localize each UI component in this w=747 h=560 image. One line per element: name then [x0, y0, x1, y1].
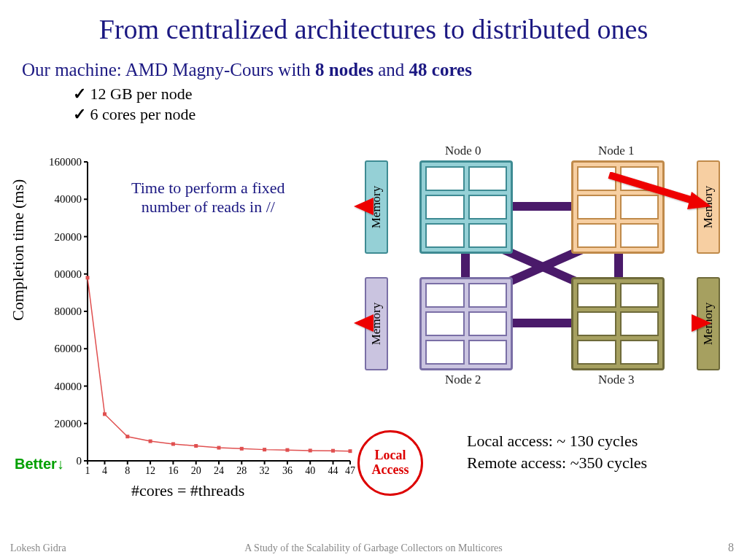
svg-rect-54 [263, 448, 266, 451]
memory-label: Memory [701, 186, 716, 229]
core [425, 195, 465, 219]
svg-text:160000: 160000 [49, 156, 82, 168]
memory-node3: Memory [697, 277, 720, 370]
subtitle-text-pre: Our machine: AMD Magny-Cours with [22, 60, 315, 79]
svg-text:60000: 60000 [55, 343, 82, 354]
svg-text:40000: 40000 [55, 193, 82, 205]
link-right [614, 252, 623, 281]
core [620, 340, 659, 365]
svg-text:12: 12 [145, 465, 155, 476]
access-latency-text: Local access: ~ 130 cycles Remote access… [467, 430, 647, 473]
bullet-mem: 12 GB per node [73, 85, 747, 104]
svg-text:8: 8 [125, 465, 130, 476]
svg-rect-53 [240, 447, 244, 451]
svg-rect-58 [349, 449, 352, 453]
svg-rect-51 [194, 444, 198, 448]
node3-cores [571, 277, 665, 370]
svg-text:32: 32 [260, 465, 270, 476]
subtitle-nodes: 8 nodes [315, 60, 374, 79]
core [425, 283, 465, 308]
memory-label: Memory [369, 303, 384, 346]
numa-topology-diagram: Memory Memory Memory Memory Node 0 Node … [350, 142, 729, 390]
svg-rect-46 [86, 276, 90, 279]
node2-cores [419, 277, 513, 370]
label-node2: Node 2 [445, 373, 481, 387]
svg-rect-52 [217, 446, 221, 450]
svg-text:40: 40 [305, 465, 315, 476]
local-access-cycles: Local access: ~ 130 cycles [467, 432, 638, 450]
core [468, 283, 508, 308]
core [620, 311, 659, 336]
memory-node1: Memory [697, 160, 720, 254]
slide-title: From centralized architectures to distri… [0, 0, 747, 45]
link-top [513, 202, 571, 211]
core [577, 283, 616, 308]
core [468, 340, 508, 365]
label-node3: Node 3 [598, 373, 635, 387]
core [468, 166, 508, 191]
badge-line1: Local [374, 448, 406, 462]
core [577, 166, 616, 191]
core [425, 340, 465, 365]
bullet-cores: 6 cores per node [73, 105, 747, 124]
core [620, 195, 659, 219]
svg-rect-55 [285, 448, 289, 452]
memory-node0: Memory [365, 160, 388, 254]
core [425, 223, 465, 248]
core [468, 195, 508, 219]
label-node1: Node 1 [598, 144, 635, 158]
svg-rect-50 [171, 442, 175, 446]
badge-line2: Access [372, 462, 409, 477]
machine-subtitle: Our machine: AMD Magny-Cours with 8 node… [22, 60, 747, 80]
svg-rect-57 [331, 449, 335, 453]
local-access-badge: LocalAccess [357, 430, 423, 496]
link-bottom [513, 319, 571, 327]
svg-text:20000: 20000 [55, 231, 82, 243]
svg-text:4: 4 [102, 465, 107, 476]
link-left [461, 252, 470, 281]
node0-cores [419, 160, 513, 254]
core [620, 283, 659, 308]
core [468, 311, 508, 336]
x-axis-label: #cores = #threads [131, 481, 244, 500]
svg-text:44: 44 [328, 465, 338, 476]
footer-title: A Study of the Scalability of Garbage Co… [0, 542, 747, 554]
core [620, 166, 659, 191]
svg-text:24: 24 [214, 465, 224, 476]
core [577, 340, 616, 365]
svg-rect-48 [125, 435, 129, 438]
core [577, 311, 616, 336]
bullet-list: 12 GB per node 6 cores per node [73, 85, 747, 124]
svg-text:00000: 00000 [55, 268, 82, 280]
core [425, 166, 465, 191]
svg-rect-56 [309, 448, 312, 452]
subtitle-cores: 48 cores [409, 60, 472, 79]
core [577, 195, 616, 219]
svg-text:1: 1 [85, 465, 90, 476]
svg-text:28: 28 [236, 465, 247, 476]
svg-text:20: 20 [191, 465, 201, 476]
core [468, 223, 508, 248]
svg-text:20000: 20000 [55, 418, 82, 429]
remote-access-cycles: Remote access: ~350 cycles [467, 454, 647, 472]
y-axis-label: Completion time (ms) [9, 179, 28, 321]
svg-text:47: 47 [345, 465, 355, 476]
node1-cores [571, 160, 665, 254]
memory-label: Memory [701, 303, 716, 346]
memory-node2: Memory [365, 277, 388, 370]
svg-text:40000: 40000 [55, 381, 82, 392]
core [577, 223, 616, 248]
svg-rect-49 [149, 440, 152, 443]
core [620, 223, 659, 248]
svg-text:80000: 80000 [55, 306, 82, 317]
footer-page: 8 [728, 541, 734, 554]
core [425, 311, 465, 336]
svg-text:36: 36 [282, 465, 293, 476]
label-node0: Node 0 [445, 144, 481, 158]
svg-text:16: 16 [168, 465, 178, 476]
svg-rect-47 [103, 412, 107, 416]
memory-label: Memory [369, 186, 384, 229]
completion-time-chart: 0200004000060000800000000020000400001600… [44, 155, 357, 483]
subtitle-text-mid: and [374, 60, 409, 79]
svg-text:0: 0 [77, 455, 82, 467]
